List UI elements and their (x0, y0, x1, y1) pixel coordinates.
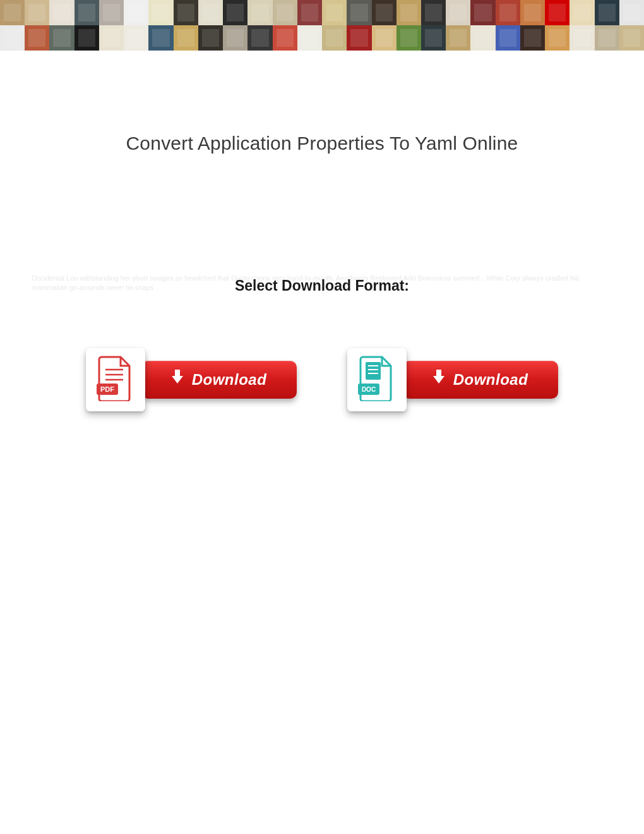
download-pdf-label: Download (192, 371, 267, 389)
doc-file-card: DOC (347, 348, 407, 411)
download-option-pdf: PDF Download (86, 348, 297, 411)
download-options-row: PDF Download (0, 348, 644, 411)
svg-text:PDF: PDF (100, 385, 114, 393)
pdf-file-icon: PDF (97, 356, 134, 404)
download-doc-button[interactable]: Download (403, 361, 558, 399)
download-arrow-icon (433, 376, 444, 384)
download-option-doc: DOC Download (347, 348, 558, 411)
page-title: Convert Application Properties To Yaml O… (0, 133, 644, 154)
svg-text:DOC: DOC (362, 386, 376, 393)
download-doc-label: Download (453, 371, 528, 389)
doc-file-icon: DOC (358, 356, 396, 404)
svg-rect-5 (366, 362, 381, 380)
download-arrow-icon (172, 376, 183, 384)
select-format-label: Select Download Format: (32, 277, 612, 294)
top-image-collage-banner (0, 0, 644, 51)
pdf-file-card: PDF (86, 348, 145, 411)
download-pdf-button[interactable]: Download (141, 361, 297, 399)
